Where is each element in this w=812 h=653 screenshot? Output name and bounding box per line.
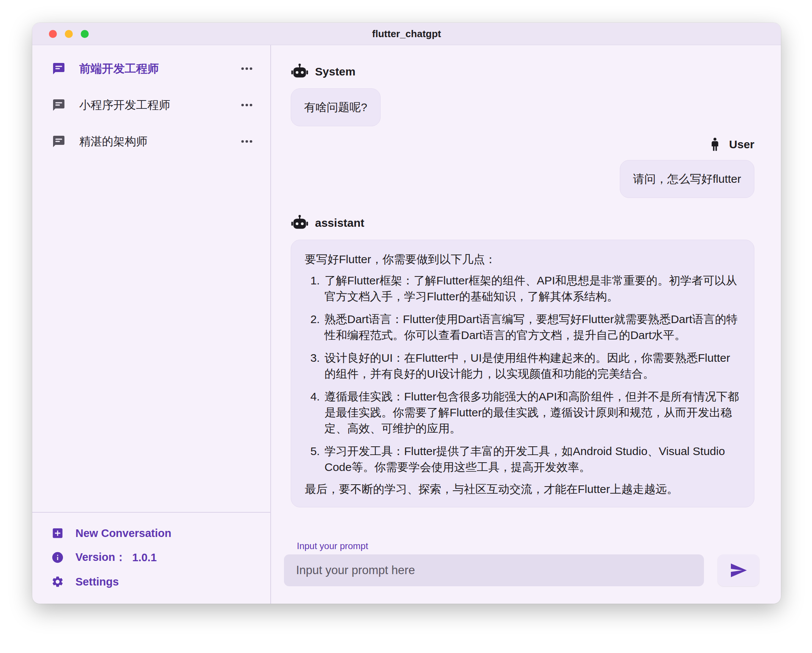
conversation-menu-button[interactable] bbox=[238, 60, 255, 77]
system-message: System 有啥问题呢? bbox=[291, 63, 754, 126]
role-label: System bbox=[315, 65, 356, 78]
conversation-title: 前端开发工程师 bbox=[79, 61, 238, 77]
app-body: 前端开发工程师 小程序开发工程师 精湛的架构师 bbox=[32, 45, 781, 604]
conversation-title: 小程序开发工程师 bbox=[79, 97, 238, 113]
assistant-list-item: 了解Flutter框架：了解Flutter框架的组件、API和思想是非常重要的。… bbox=[323, 273, 740, 305]
message-list[interactable]: System 有啥问题呢? User 请问，怎么写好flutter bbox=[271, 45, 781, 541]
robot-icon bbox=[291, 63, 309, 80]
assistant-list-item: 设计良好的UI：在Flutter中，UI是使用组件构建起来的。因此，你需要熟悉F… bbox=[323, 350, 740, 382]
new-conversation-label: New Conversation bbox=[75, 527, 171, 540]
conversation-item-frontend[interactable]: 前端开发工程师 bbox=[32, 50, 270, 87]
version-value: 1.0.1 bbox=[132, 551, 157, 564]
chat-bubble-icon bbox=[52, 98, 66, 112]
send-icon bbox=[729, 561, 748, 579]
message-header: assistant bbox=[291, 214, 754, 232]
settings-label: Settings bbox=[75, 576, 119, 588]
message-bubble: 请问，怎么写好flutter bbox=[620, 160, 754, 198]
settings-button[interactable]: Settings bbox=[51, 570, 263, 594]
assistant-list: 了解Flutter框架：了解Flutter框架的组件、API和思想是非常重要的。… bbox=[305, 273, 740, 475]
more-horiz-icon bbox=[240, 134, 254, 149]
chat-bubble-icon bbox=[52, 62, 66, 75]
send-button[interactable] bbox=[718, 554, 759, 586]
message-header: System bbox=[291, 63, 754, 80]
message-bubble: 要写好Flutter，你需要做到以下几点： 了解Flutter框架：了解Flut… bbox=[291, 240, 754, 507]
more-horiz-icon bbox=[240, 98, 254, 112]
assistant-message: assistant 要写好Flutter，你需要做到以下几点： 了解Flutte… bbox=[291, 214, 754, 507]
assistant-list-item: 遵循最佳实践：Flutter包含很多功能强大的API和高阶组件，但并不是所有情况… bbox=[323, 389, 740, 436]
assistant-outro: 最后，要不断的学习、探索，与社区互动交流，才能在Flutter上越走越远。 bbox=[305, 481, 740, 497]
prompt-input-row bbox=[284, 554, 759, 586]
conversation-title: 精湛的架构师 bbox=[79, 134, 238, 149]
assistant-list-item: 学习开发工具：Flutter提供了丰富的开发工具，如Android Studio… bbox=[323, 443, 740, 475]
robot-icon bbox=[291, 214, 309, 232]
version-row[interactable]: Version： 1.0.1 bbox=[51, 545, 263, 570]
window-title: flutter_chatgpt bbox=[32, 28, 781, 40]
sidebar-footer: New Conversation Version： 1.0.1 Settings bbox=[32, 512, 270, 604]
role-label: User bbox=[729, 138, 754, 151]
person-icon bbox=[707, 137, 723, 152]
zoom-button[interactable] bbox=[81, 30, 89, 38]
add-box-icon bbox=[51, 527, 64, 540]
prompt-input-area: Input your prompt bbox=[271, 541, 781, 604]
minimize-button[interactable] bbox=[65, 30, 73, 38]
app-window: flutter_chatgpt 前端开发工程师 小程序开发工程师 bbox=[32, 23, 781, 604]
titlebar: flutter_chatgpt bbox=[32, 23, 781, 45]
conversation-item-miniprogram[interactable]: 小程序开发工程师 bbox=[32, 87, 270, 123]
new-conversation-button[interactable]: New Conversation bbox=[51, 521, 263, 545]
message-bubble: 有啥问题呢? bbox=[291, 88, 381, 126]
chat-bubble-icon bbox=[52, 135, 66, 148]
conversation-item-architect[interactable]: 精湛的架构师 bbox=[32, 123, 270, 160]
close-button[interactable] bbox=[49, 30, 57, 38]
info-icon bbox=[51, 551, 64, 564]
assistant-intro: 要写好Flutter，你需要做到以下几点： bbox=[305, 251, 740, 267]
conversation-menu-button[interactable] bbox=[238, 133, 255, 150]
sidebar: 前端开发工程师 小程序开发工程师 精湛的架构师 bbox=[32, 45, 271, 604]
traffic-lights bbox=[49, 30, 89, 38]
gear-icon bbox=[51, 575, 64, 588]
prompt-label: Input your prompt bbox=[297, 541, 759, 551]
version-label: Version： bbox=[75, 550, 126, 565]
conversation-menu-button[interactable] bbox=[238, 97, 255, 113]
message-header: User bbox=[707, 137, 754, 152]
chat-panel: System 有啥问题呢? User 请问，怎么写好flutter bbox=[271, 45, 781, 604]
user-message: User 请问，怎么写好flutter bbox=[291, 137, 754, 198]
conversation-list: 前端开发工程师 小程序开发工程师 精湛的架构师 bbox=[32, 45, 270, 512]
prompt-input[interactable] bbox=[284, 554, 704, 586]
role-label: assistant bbox=[315, 217, 364, 229]
more-horiz-icon bbox=[240, 61, 254, 76]
assistant-list-item: 熟悉Dart语言：Flutter使用Dart语言编写，要想写好Flutter就需… bbox=[323, 311, 740, 343]
